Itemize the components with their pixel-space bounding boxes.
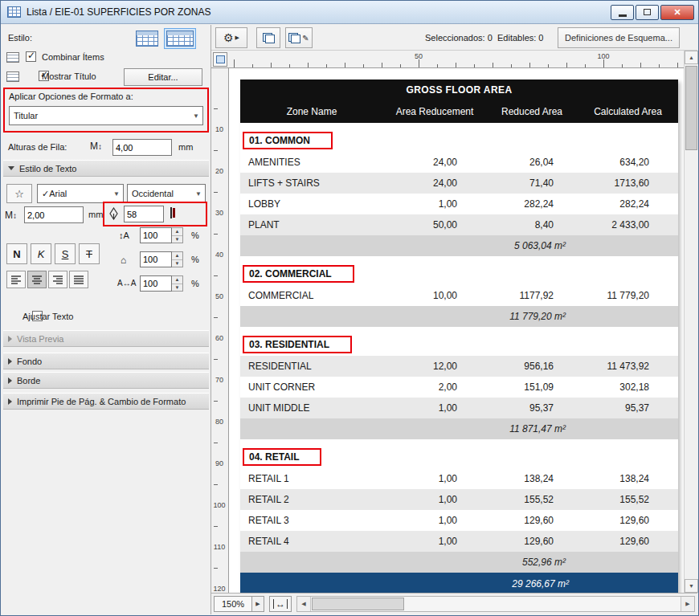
grand-total-row: 29 266,67 m² — [240, 573, 678, 593]
script-value: Occidental — [132, 189, 174, 198]
close-button[interactable]: ✕ — [660, 5, 694, 20]
char-width-input[interactable] — [140, 251, 172, 267]
table-row[interactable]: UNIT CORNER2,00151,09302,18 — [240, 377, 678, 398]
ruler-tick — [326, 64, 327, 67]
pen-color-swatch[interactable] — [170, 207, 172, 218]
column-header[interactable]: Area Reducement — [383, 106, 486, 117]
vertical-scroll-thumb[interactable] — [685, 66, 697, 150]
section-title: 04. RETAIL — [243, 448, 321, 466]
scheme-settings-button[interactable]: ⚙▶ — [215, 27, 247, 48]
font-size-input[interactable] — [24, 206, 84, 223]
font-select[interactable]: ✓Arial ▼ — [37, 184, 124, 203]
scroll-right-button[interactable]: ▶ — [681, 597, 694, 611]
table-row[interactable]: LIFTS + STAIRS24,0071,401713,60 — [240, 173, 678, 194]
horizontal-scrollbar[interactable]: ◀ ▶ — [296, 596, 695, 612]
section-print-footer[interactable]: Imprimir Pie de Pág. & Cambio de Formato — [3, 393, 209, 410]
chevron-down-icon: ▼ — [190, 112, 202, 120]
ruler-tick — [603, 59, 604, 67]
bold-button[interactable]: N — [6, 243, 27, 264]
scroll-up-button[interactable]: ▲ — [685, 51, 698, 64]
ruler-options-button[interactable] — [213, 52, 227, 67]
zoom-level[interactable]: 150% — [214, 596, 252, 612]
char-spacing-input[interactable] — [140, 275, 172, 292]
section-preview[interactable]: Vista Previa — [3, 330, 209, 347]
section-header-row[interactable]: 03. RESIDENTIAL — [240, 333, 678, 356]
style-option-compact[interactable] — [133, 28, 161, 49]
italic-button[interactable]: K — [31, 243, 51, 264]
ruler-tick — [437, 64, 438, 67]
edit-mode-button[interactable]: ✎ — [285, 27, 313, 48]
table-cell: 1,00 — [383, 536, 486, 547]
table-row[interactable]: RETAIL 41,00129,60129,60 — [240, 531, 678, 552]
ruler-tick — [456, 63, 456, 67]
maximize-button[interactable] — [636, 5, 659, 20]
subtotal-row: 11 779,20 m² — [240, 306, 678, 327]
ruler-tick — [214, 484, 218, 485]
section-background[interactable]: Fondo — [3, 353, 209, 369]
section-header-row[interactable]: 04. RETAIL — [240, 446, 678, 468]
collapsed-triangle-icon — [8, 377, 12, 384]
fit-text-label: Ajustar Texto — [22, 312, 73, 321]
ruler-label: 100 — [597, 52, 609, 60]
column-header[interactable]: Calculated Area — [578, 106, 678, 117]
minimize-button[interactable] — [611, 5, 634, 20]
table-row[interactable]: COMMERCIAL10,001177,9211 779,20 — [240, 285, 678, 306]
section-border[interactable]: Borde — [3, 372, 209, 389]
line-spacing-stepper: ▲▼ — [140, 227, 183, 243]
table-row[interactable]: UNIT MIDDLE1,0095,3795,37 — [240, 398, 678, 418]
stepper-arrows[interactable]: ▲▼ — [172, 251, 183, 267]
stepper-arrows[interactable]: ▲▼ — [172, 227, 183, 243]
show-headline-button[interactable] — [256, 27, 280, 48]
table-row[interactable]: RETAIL 11,00138,24138,24 — [240, 468, 678, 489]
column-header[interactable]: Zone Name — [240, 106, 383, 117]
table-cell: 129,60 — [578, 536, 678, 547]
combine-items-checkbox[interactable] — [26, 51, 36, 62]
table-cell: 1177,92 — [486, 290, 578, 301]
text-style-section-header[interactable]: Estilo de Texto — [3, 160, 209, 177]
subtotal-row: 5 063,04 m² — [240, 235, 678, 256]
line-spacing-icon: ↕A — [119, 230, 129, 240]
fit-width-button[interactable]: ↔ — [269, 596, 292, 612]
scheme-definitions-button[interactable]: Definiciones de Esquema... — [558, 27, 680, 48]
line-spacing-input[interactable] — [140, 227, 172, 243]
strikethrough-button[interactable]: T — [79, 243, 100, 264]
favorites-button[interactable]: ☆ — [6, 184, 32, 203]
table-row[interactable]: LOBBY1,00282,24282,24 — [240, 194, 678, 214]
table-row[interactable]: RETAIL 31,00129,60129,60 — [240, 510, 678, 531]
vertical-scrollbar[interactable]: ▲ ▼ — [684, 51, 697, 593]
table-row[interactable]: AMENITIES24,0026,04634,20 — [240, 152, 678, 173]
edit-button[interactable]: Editar... — [124, 68, 202, 86]
ruler-tick — [289, 64, 290, 67]
schedule-toolbar: ⚙▶ ✎ Seleccionados: 0 Editables: 0 Defin… — [211, 25, 697, 51]
table-row[interactable]: PLANT50,008,402 433,00 — [240, 214, 678, 235]
stepper-arrows[interactable]: ▲▼ — [172, 275, 183, 292]
script-select[interactable]: Occidental ▼ — [127, 184, 206, 203]
section-title: 02. COMMERCIAL — [243, 265, 354, 283]
apply-format-select[interactable]: Titular ▼ — [9, 106, 203, 125]
align-justify-button[interactable] — [69, 271, 88, 288]
zoom-menu-button[interactable]: ▶ — [252, 596, 264, 612]
align-right-button[interactable] — [48, 271, 67, 288]
table-row[interactable]: RESIDENTIAL12,00956,1611 473,92 — [240, 356, 678, 377]
pen-number-input[interactable] — [124, 206, 164, 222]
section-header-row[interactable]: 02. COMMERCIAL — [240, 263, 678, 285]
schedule-canvas[interactable]: GROSS FLOOR AREA Zone Name Area Reduceme… — [229, 68, 684, 593]
ruler-tick — [214, 192, 218, 193]
underline-button[interactable]: S — [55, 243, 76, 264]
horizontal-ruler: 50100 — [211, 51, 684, 68]
scroll-down-button[interactable]: ▼ — [685, 579, 698, 593]
table-row[interactable]: RETAIL 21,00155,52155,52 — [240, 489, 678, 510]
horizontal-scroll-thumb[interactable] — [312, 598, 404, 610]
row-spacer — [240, 439, 678, 446]
table-cell: 956,16 — [486, 361, 578, 372]
style-option-full[interactable] — [164, 28, 196, 49]
char-spacing-percent: % — [191, 279, 199, 288]
table-cell: COMMERCIAL — [240, 290, 383, 301]
align-left-button[interactable] — [6, 271, 26, 288]
ruler-tick — [214, 443, 218, 443]
scroll-left-button[interactable]: ◀ — [297, 597, 311, 611]
section-header-row[interactable]: 01. COMMON — [240, 129, 678, 152]
row-height-input[interactable] — [112, 139, 172, 156]
column-header[interactable]: Reduced Area — [486, 106, 578, 117]
align-center-button[interactable] — [27, 271, 47, 288]
